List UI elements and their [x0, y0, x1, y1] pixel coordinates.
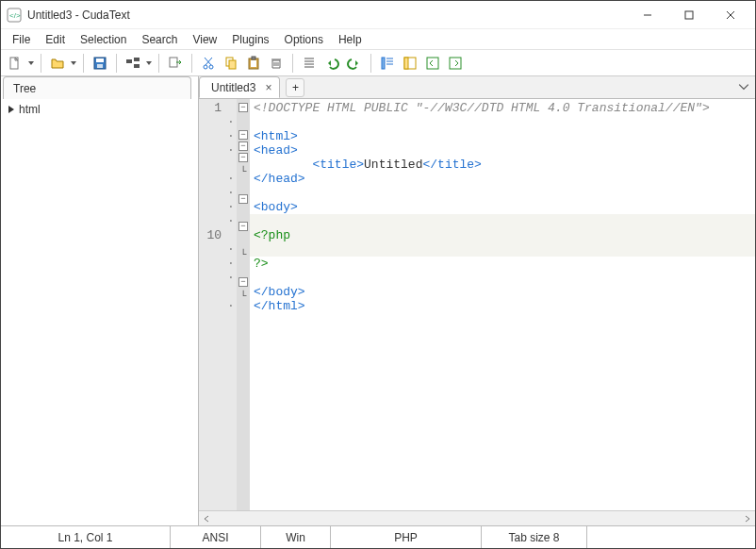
gutter-fold[interactable]: −−−−└−−└−└: [237, 99, 250, 510]
svg-rect-9: [97, 64, 103, 68]
toolbar-open-caret[interactable]: [70, 60, 77, 66]
svg-rect-12: [134, 64, 140, 68]
svg-rect-38: [450, 58, 461, 69]
svg-rect-11: [134, 58, 140, 61]
toolbar-copy-button[interactable]: [221, 53, 241, 74]
menu-options[interactable]: Options: [277, 31, 331, 48]
svg-point-14: [204, 65, 207, 69]
menu-plugins[interactable]: Plugins: [224, 31, 276, 48]
toolbar-cut-button[interactable]: [198, 53, 219, 74]
toolbar-minimap-button[interactable]: [377, 53, 398, 74]
svg-text:</>: </>: [9, 11, 21, 20]
statusbar: Ln 1, Col 1 ANSI Win PHP Tab size 8: [1, 525, 755, 548]
svg-rect-37: [427, 58, 438, 69]
menu-selection[interactable]: Selection: [73, 31, 134, 48]
app-icon: </>: [7, 8, 22, 23]
window-maximize-button[interactable]: [668, 2, 710, 28]
code-area: 110 ··········· −−−−└−−└−└ <!DOCTYPE HTM…: [199, 99, 755, 510]
menubar: File Edit Selection Search View Plugins …: [1, 29, 755, 50]
svg-rect-21: [252, 57, 255, 59]
svg-point-15: [209, 65, 213, 69]
status-position[interactable]: Ln 1, Col 1: [1, 526, 171, 548]
menu-view[interactable]: View: [185, 31, 224, 48]
svg-rect-10: [126, 59, 132, 63]
window-title: Untitled3 - CudaText: [27, 8, 130, 22]
scroll-track[interactable]: [214, 511, 740, 525]
toolbar-paste-button[interactable]: [243, 53, 264, 74]
toolbar-redo-button[interactable]: [344, 53, 365, 74]
status-line-ending[interactable]: Win: [261, 526, 331, 548]
toolbar-unindent-button[interactable]: [299, 53, 320, 74]
status-encoding[interactable]: ANSI: [171, 526, 261, 548]
menu-edit[interactable]: Edit: [38, 31, 73, 48]
gutter-marks: ···········: [225, 99, 237, 510]
svg-rect-31: [382, 58, 385, 69]
svg-rect-19: [229, 60, 236, 69]
editor: Untitled3 × + 110 ··········· −−−−└−−└−└…: [199, 76, 755, 525]
sidebar-panel-title: Tree: [13, 82, 36, 95]
toolbar-new-file-caret[interactable]: [27, 60, 35, 66]
code-view[interactable]: <!DOCTYPE HTML PUBLIC "-//W3C//DTD HTML …: [250, 99, 755, 510]
toolbar-delete-button[interactable]: [266, 53, 287, 74]
svg-rect-22: [251, 60, 256, 67]
tree-panel: html: [1, 99, 198, 525]
status-lexer[interactable]: PHP: [331, 526, 482, 548]
window-minimize-button[interactable]: [627, 2, 668, 28]
scroll-left-icon[interactable]: [199, 511, 214, 525]
scroll-right-icon[interactable]: [740, 511, 755, 525]
toolbar-sync-button[interactable]: [165, 53, 186, 74]
file-tab-label: Untitled3: [211, 81, 255, 94]
toolbar-undo-button[interactable]: [321, 53, 342, 74]
horizontal-scrollbar[interactable]: [199, 510, 755, 525]
tree-item-html[interactable]: html: [7, 103, 192, 116]
toolbar-folder-tree-button[interactable]: [123, 53, 143, 74]
menu-search[interactable]: Search: [134, 31, 185, 48]
svg-rect-13: [170, 58, 177, 67]
svg-line-16: [205, 58, 212, 65]
new-tab-button[interactable]: +: [286, 78, 304, 97]
svg-line-17: [205, 58, 211, 65]
tab-bar: Untitled3 × +: [199, 76, 755, 99]
chevron-right-icon: [7, 105, 16, 114]
plus-icon: +: [292, 81, 299, 94]
toolbar-goto-button[interactable]: [445, 53, 466, 74]
file-tab-untitled3[interactable]: Untitled3 ×: [199, 76, 280, 98]
toolbar-wrap-button[interactable]: [422, 53, 443, 74]
tree-item-label: html: [19, 103, 41, 116]
toolbar-folder-tree-caret[interactable]: [145, 60, 153, 66]
gutter-line-numbers: 110: [199, 99, 225, 510]
menu-help[interactable]: Help: [331, 31, 370, 48]
tab-close-icon[interactable]: ×: [265, 81, 271, 94]
sidebar: Tree html: [1, 76, 199, 525]
titlebar: </> Untitled3 - CudaText: [1, 1, 755, 29]
toolbar-sidepanel-button[interactable]: [400, 53, 420, 74]
status-spacer: [587, 526, 755, 548]
svg-rect-8: [96, 58, 104, 62]
menu-file[interactable]: File: [5, 31, 38, 48]
toolbar: [1, 50, 755, 76]
window-close-button[interactable]: [710, 2, 751, 28]
toolbar-new-file-button[interactable]: [5, 53, 25, 74]
tab-overflow-button[interactable]: [738, 81, 749, 92]
toolbar-save-button[interactable]: [90, 53, 110, 74]
svg-rect-36: [404, 58, 408, 69]
body: Tree html Untitled3 × + 110 ···········: [1, 76, 755, 525]
status-tabsize[interactable]: Tab size 8: [482, 526, 587, 548]
toolbar-open-button[interactable]: [47, 53, 68, 74]
sidebar-panel-tab-tree[interactable]: Tree: [3, 76, 191, 99]
svg-rect-3: [685, 11, 693, 19]
